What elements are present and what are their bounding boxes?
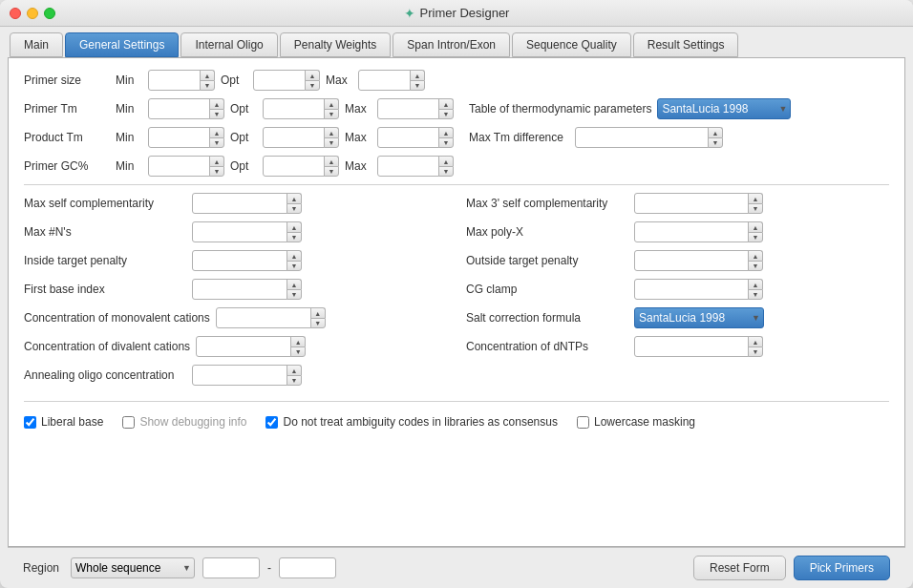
max-poly-x-down[interactable]: ▼ [748,232,763,242]
primer-tm-opt-down[interactable]: ▼ [324,109,339,119]
primer-size-max-up[interactable]: ▲ [410,70,425,80]
first-base-index-up[interactable]: ▲ [287,279,302,289]
cg-clamp-input[interactable]: 0 [634,279,749,300]
primer-gc-opt-up[interactable]: ▲ [324,156,339,166]
reset-form-button[interactable]: Reset Form [693,556,786,580]
primer-tm-min-input[interactable]: 57.00 [148,98,210,119]
max-poly-x-input[interactable]: 5 [634,221,749,242]
range-start-input[interactable]: 1 [202,557,260,578]
max-poly-x-up[interactable]: ▲ [748,221,763,232]
conc-divalent-up[interactable]: ▲ [290,336,306,346]
conc-dntps-down[interactable]: ▼ [748,346,763,357]
primer-gc-max-input[interactable]: 80.00 [377,156,439,177]
pick-primers-button[interactable]: Pick Primers [794,556,890,580]
primer-size-opt-up[interactable]: ▲ [305,70,320,80]
inside-target-down[interactable]: ▼ [287,261,302,271]
primer-size-min-input[interactable]: 18 [148,70,201,91]
thermo-params-select[interactable]: SantaLucia 1998 [657,98,791,119]
liberal-base-label: Liberal base [41,415,103,429]
max-tm-diff-input[interactable]: 100.00 [575,127,709,148]
max-tm-diff-down[interactable]: ▼ [708,137,723,148]
tab-span-intron-exon[interactable]: Span Intron/Exon [393,32,510,57]
cg-clamp-down[interactable]: ▼ [748,289,763,300]
region-select[interactable]: Whole sequence [71,557,195,578]
max-3-self-comp-input[interactable]: 3.00 [634,193,749,214]
primer-gc-min-up[interactable]: ▲ [209,156,224,166]
max-self-comp-input[interactable]: 8.00 [192,193,287,214]
primer-tm-opt-up[interactable]: ▲ [324,98,339,109]
primer-gc-min-down[interactable]: ▼ [209,166,224,177]
annealing-oligo-input[interactable]: 50.00 [192,365,287,386]
primer-size-max-input[interactable]: 27 [358,70,411,91]
conc-monovalent-down[interactable]: ▼ [310,318,326,328]
minimize-button[interactable] [27,8,38,19]
cg-clamp-row: CG clamp 0 ▲ ▼ [466,279,889,300]
conc-dntps-input[interactable]: 0.00 [634,336,749,357]
inside-target-up[interactable]: ▲ [287,250,302,261]
primer-tm-min-up[interactable]: ▲ [209,98,224,109]
conc-divalent-down[interactable]: ▼ [290,346,306,357]
product-tm-min-up[interactable]: ▲ [209,127,224,137]
tab-sequence-quality[interactable]: Sequence Quality [512,32,631,57]
product-tm-opt-down[interactable]: ▼ [324,137,339,148]
tab-general-settings[interactable]: General Settings [65,32,179,57]
max-self-comp-up[interactable]: ▲ [287,193,302,203]
outside-target-up[interactable]: ▲ [748,250,763,261]
primer-size-opt-input[interactable]: 20 [253,70,306,91]
show-debugging-checkbox[interactable] [122,416,135,429]
product-tm-opt-spinner: ▲ ▼ [263,127,339,148]
primer-gc-opt-down[interactable]: ▼ [324,166,339,177]
max-tm-diff-up[interactable]: ▲ [708,127,723,137]
primer-tm-max-down[interactable]: ▼ [438,109,454,119]
product-tm-opt-input[interactable] [263,127,325,148]
product-tm-max-down[interactable]: ▼ [438,137,454,148]
product-tm-min-input[interactable] [148,127,210,148]
tab-penalty-weights[interactable]: Penalty Weights [280,32,392,57]
max-3-self-comp-down[interactable]: ▼ [748,203,763,214]
max-ns-up[interactable]: ▲ [287,221,302,232]
first-base-index-input[interactable]: 1 [192,279,287,300]
primer-gc-opt-input[interactable] [263,156,325,177]
product-tm-min-down[interactable]: ▼ [209,137,224,148]
primer-gc-min-input[interactable]: 20.00 [148,156,210,177]
product-tm-max-input[interactable] [377,127,439,148]
conc-monovalent-up[interactable]: ▲ [310,307,326,318]
primer-size-opt-down[interactable]: ▼ [305,80,320,91]
salt-correction-select[interactable]: SantaLucia 1998 [634,307,764,328]
annealing-oligo-up[interactable]: ▲ [287,365,302,375]
inside-target-spinner: ▲ ▼ [192,250,302,271]
annealing-oligo-down[interactable]: ▼ [287,375,302,386]
lowercase-masking-checkbox[interactable] [577,416,589,429]
do-not-treat-checkbox[interactable] [265,416,278,429]
max-ns-input[interactable]: 0 [192,221,287,242]
max-self-comp-down[interactable]: ▼ [287,203,302,214]
conc-dntps-up[interactable]: ▲ [748,336,763,346]
conc-monovalent-input[interactable]: 50.00 [216,307,311,328]
inside-target-input[interactable] [192,250,287,271]
primer-tm-max-up[interactable]: ▲ [438,98,454,109]
first-base-index-down[interactable]: ▼ [287,289,302,300]
primer-size-max-down[interactable]: ▼ [410,80,425,91]
tab-result-settings[interactable]: Result Settings [633,32,739,57]
primer-gc-max-up[interactable]: ▲ [438,156,454,166]
range-end-input[interactable]: 5833 [279,557,336,578]
primer-size-min-down[interactable]: ▼ [200,80,215,91]
max-ns-down[interactable]: ▼ [287,232,302,242]
max-3-self-comp-up[interactable]: ▲ [748,193,763,203]
primer-gc-max-down[interactable]: ▼ [438,166,454,177]
tab-internal-oligo[interactable]: Internal Oligo [180,32,277,57]
close-button[interactable] [10,8,21,19]
product-tm-opt-up[interactable]: ▲ [324,127,339,137]
liberal-base-checkbox[interactable] [24,416,36,429]
primer-tm-min-down[interactable]: ▼ [209,109,224,119]
primer-tm-max-input[interactable]: 63.00 [377,98,439,119]
primer-size-min-up[interactable]: ▲ [200,70,215,80]
product-tm-max-up[interactable]: ▲ [438,127,454,137]
outside-target-down[interactable]: ▼ [748,261,763,271]
tab-main[interactable]: Main [10,32,63,57]
outside-target-input[interactable]: 0.00 [634,250,749,271]
conc-divalent-input[interactable]: 0.00 [196,336,291,357]
cg-clamp-up[interactable]: ▲ [748,279,763,289]
primer-tm-opt-input[interactable]: 60.00 [263,98,325,119]
maximize-button[interactable] [44,8,55,19]
